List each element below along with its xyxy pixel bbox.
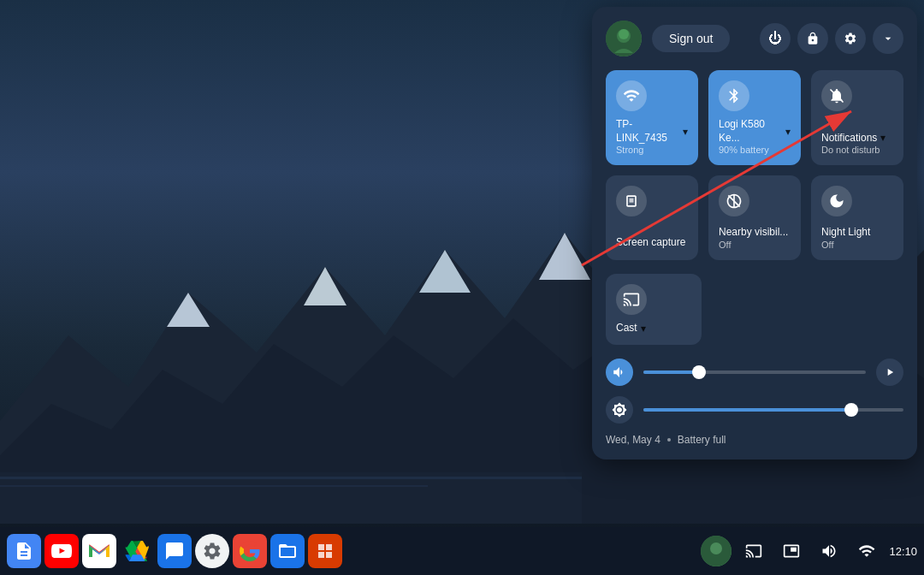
- volume-icon: [606, 359, 633, 386]
- taskbar-app-settings[interactable]: [195, 534, 229, 568]
- taskbar-apps: [7, 534, 342, 568]
- taskbar-app-google[interactable]: [233, 534, 267, 568]
- night-light-icon: [821, 186, 852, 216]
- taskbar-app-messages[interactable]: [157, 534, 192, 568]
- brightness-fill: [643, 408, 851, 412]
- screen-capture-label-wrap: Screen capture: [616, 234, 685, 250]
- cast-name-row: Cast ▾: [616, 322, 646, 335]
- brightness-icon: [606, 396, 633, 424]
- taskbar-right: 12:10: [701, 536, 917, 566]
- nearby-label-wrap: Nearby visibil... Off: [719, 223, 788, 250]
- chevron-button[interactable]: [873, 23, 903, 54]
- nearby-sublabel: Off: [719, 240, 788, 250]
- cast-tile[interactable]: Cast ▾: [606, 274, 702, 346]
- night-light-tile[interactable]: Night Light Off: [811, 175, 903, 260]
- wifi-sublabel: Strong: [616, 145, 688, 155]
- wifi-icon: [616, 80, 647, 111]
- wifi-chevron: ▾: [683, 126, 688, 138]
- taskbar-app-office[interactable]: [308, 534, 342, 568]
- quick-tiles-grid: TP-LINK_7435 ▾ Strong Logi K580 Ke... ▾ …: [606, 70, 903, 260]
- bluetooth-label: Logi K580 Ke... ▾ 90% battery: [719, 118, 791, 155]
- lock-button[interactable]: [797, 23, 828, 54]
- brightness-track[interactable]: [643, 408, 903, 412]
- status-date: Wed, May 4: [606, 434, 660, 446]
- wifi-label: TP-LINK_7435 ▾ Strong: [616, 118, 688, 155]
- svg-rect-9: [0, 477, 582, 479]
- notif-name-row: Notifications ▾: [821, 132, 886, 145]
- bt-sublabel: 90% battery: [719, 145, 791, 155]
- status-separator: [667, 438, 671, 442]
- taskbar-app-files[interactable]: [270, 534, 305, 568]
- taskbar-volume-icon[interactable]: [814, 536, 844, 566]
- sign-out-button[interactable]: Sign out: [652, 25, 730, 52]
- sliders-area: [606, 359, 903, 424]
- settings-button[interactable]: [835, 23, 866, 54]
- taskbar: 12:10: [0, 527, 924, 575]
- volume-fill: [643, 370, 699, 374]
- brightness-slider-row: [606, 396, 903, 424]
- panel-status: Wed, May 4 Battery full: [606, 434, 903, 446]
- nearby-tile[interactable]: Nearby visibil... Off: [708, 175, 801, 260]
- taskbar-cast-icon[interactable]: [738, 536, 769, 566]
- volume-slider-row: [606, 359, 903, 386]
- notif-sublabel: Do not disturb: [821, 145, 886, 155]
- taskbar-app-gmail[interactable]: [82, 534, 116, 568]
- avatar[interactable]: [606, 21, 642, 56]
- bluetooth-tile[interactable]: Logi K580 Ke... ▾ 90% battery: [708, 70, 801, 165]
- notifications-label: Notifications ▾ Do not disturb: [821, 132, 886, 156]
- bt-chevron: ▾: [785, 126, 791, 138]
- svg-rect-8: [0, 472, 582, 524]
- brightness-thumb[interactable]: [844, 403, 858, 417]
- quick-settings-panel: Sign out ⏻: [592, 7, 917, 459]
- panel-header: Sign out ⏻: [606, 21, 903, 56]
- night-light-sublabel: Off: [821, 240, 870, 250]
- screen-capture-tile[interactable]: Screen capture: [606, 175, 698, 260]
- cast-icon: [616, 284, 647, 315]
- taskbar-wifi-icon[interactable]: [851, 536, 882, 566]
- svg-point-20: [710, 542, 722, 554]
- nearby-icon: [719, 186, 749, 216]
- taskbar-pip-icon[interactable]: [776, 536, 807, 566]
- volume-thumb[interactable]: [692, 365, 706, 379]
- taskbar-time[interactable]: 12:10: [889, 545, 917, 558]
- wifi-name-row: TP-LINK_7435 ▾: [616, 118, 688, 145]
- status-battery: Battery full: [678, 434, 726, 446]
- screen-capture-icon: [616, 186, 647, 216]
- notifications-icon: [821, 80, 852, 111]
- notifications-tile[interactable]: Notifications ▾ Do not disturb: [811, 70, 903, 165]
- svg-rect-15: [630, 199, 634, 203]
- power-button[interactable]: ⏻: [760, 23, 791, 54]
- svg-rect-10: [0, 485, 428, 487]
- taskbar-app-drive[interactable]: [120, 534, 154, 568]
- header-icons: ⏻: [760, 23, 903, 54]
- svg-point-13: [619, 29, 629, 39]
- bluetooth-icon: [719, 80, 749, 111]
- notif-chevron: ▾: [880, 132, 886, 144]
- bt-name-row: Logi K580 Ke... ▾: [719, 118, 791, 145]
- volume-expand-button[interactable]: [876, 359, 903, 386]
- night-light-label-wrap: Night Light Off: [821, 223, 870, 250]
- taskbar-app-youtube[interactable]: [44, 534, 79, 568]
- taskbar-avatar[interactable]: [701, 536, 732, 566]
- wifi-tile[interactable]: TP-LINK_7435 ▾ Strong: [606, 70, 698, 165]
- volume-track[interactable]: [643, 370, 866, 374]
- taskbar-app-docs[interactable]: [7, 534, 41, 568]
- cast-chevron: ▾: [641, 323, 646, 335]
